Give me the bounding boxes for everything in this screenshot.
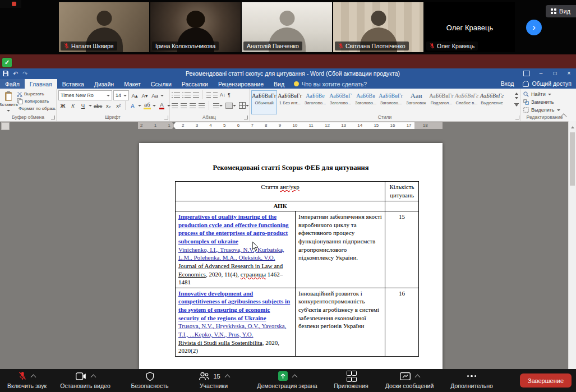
share-screen-button[interactable]: Демонстрация экрана bbox=[252, 371, 322, 389]
styles-more-button[interactable] bbox=[514, 103, 519, 108]
strikethrough-button[interactable]: abc bbox=[93, 101, 103, 110]
scrollbar-thumb[interactable] bbox=[570, 132, 575, 186]
align-left-button[interactable] bbox=[172, 103, 178, 108]
tell-me-box[interactable]: Что вы хотите сделать? bbox=[289, 81, 367, 87]
participant-tile[interactable]: Наталя Шквиря bbox=[59, 2, 149, 52]
undo-icon[interactable]: ↶ bbox=[13, 70, 18, 77]
shrink-font-button[interactable]: А▾ bbox=[140, 91, 149, 100]
show-marks-button[interactable]: ¶ bbox=[228, 92, 231, 98]
change-case-button[interactable]: Аа bbox=[150, 91, 159, 100]
tab-mailings[interactable]: Рассылки bbox=[177, 79, 213, 89]
sign-in-button[interactable]: Вход bbox=[501, 80, 514, 87]
styles-dialog-launcher[interactable] bbox=[515, 116, 519, 119]
scroll-up-icon[interactable] bbox=[571, 124, 574, 128]
redo-icon[interactable]: ↷ bbox=[22, 70, 27, 77]
document-page[interactable]: Рекомендовані статті Scopus ФЕБ для циту… bbox=[139, 143, 443, 370]
bullets-button[interactable] bbox=[172, 93, 180, 98]
font-size-select[interactable]: 14 bbox=[113, 90, 129, 100]
grow-font-button[interactable]: А▴ bbox=[130, 91, 139, 100]
participant-tile[interactable]: Ірина Колокольчикова bbox=[150, 2, 241, 52]
decrease-indent-button[interactable] bbox=[206, 93, 211, 98]
paragraph-dialog-launcher[interactable] bbox=[244, 116, 248, 119]
font-family-select[interactable]: Times New Ro bbox=[58, 90, 112, 100]
whiteboards-options-chevron[interactable] bbox=[414, 374, 420, 380]
bold-button[interactable]: Ж bbox=[58, 101, 67, 110]
borders-button[interactable] bbox=[239, 102, 249, 109]
shading-button[interactable] bbox=[225, 103, 236, 109]
styles-scroll-up-button[interactable] bbox=[515, 91, 518, 95]
highlight-color-button[interactable]: аб bbox=[144, 102, 151, 109]
minimize-button[interactable]: – bbox=[534, 68, 548, 79]
participants-options-chevron[interactable] bbox=[224, 374, 230, 380]
participant-tile[interactable]: Світлана Плотніченко bbox=[333, 2, 423, 52]
tab-insert[interactable]: Вставка bbox=[57, 79, 89, 89]
style-heading2[interactable]: АаБбВвГЗаголово... bbox=[328, 90, 353, 114]
maximize-button[interactable]: □ bbox=[548, 68, 562, 79]
copy-button[interactable]: Копировать bbox=[17, 98, 56, 105]
participant-tile[interactable]: Олег Кравець Олег Кравець bbox=[425, 2, 515, 52]
line-spacing-button[interactable] bbox=[213, 103, 223, 108]
article-authors[interactable]: Trusova, N.V., Hryvkivska, O.V., Yavorsk… bbox=[178, 322, 292, 338]
unmute-button[interactable]: Включить звук bbox=[1, 371, 53, 389]
more-button[interactable]: Дополнительно bbox=[445, 371, 499, 389]
find-button[interactable]: Найти bbox=[520, 90, 569, 98]
next-participants-button[interactable]: › bbox=[526, 20, 542, 35]
article-title-link[interactable]: Imperatives of quality insuring of the p… bbox=[178, 213, 292, 246]
cut-button[interactable]: Вырезать bbox=[17, 90, 56, 98]
whiteboards-button[interactable]: Доски сообщений bbox=[380, 371, 439, 389]
sort-button[interactable]: А↓ bbox=[220, 92, 225, 98]
tab-design[interactable]: Дизайн bbox=[89, 79, 119, 89]
style-subtle-emphasis[interactable]: АаБбВвГгСлабое в... bbox=[454, 90, 479, 114]
apps-button[interactable]: Приложения bbox=[329, 371, 374, 389]
view-button[interactable]: Вид bbox=[546, 5, 576, 17]
select-button[interactable]: Выделить bbox=[520, 106, 569, 114]
italic-button[interactable]: К bbox=[68, 101, 77, 110]
font-color-button[interactable]: А bbox=[159, 102, 164, 109]
style-title[interactable]: АавЗаголовок bbox=[404, 90, 428, 114]
style-emphasis[interactable]: АаБбВвГгВыделение bbox=[480, 90, 504, 114]
participants-button[interactable]: 15 Участники bbox=[187, 371, 241, 389]
style-heading3[interactable]: АаБбВвЗаголово... bbox=[353, 90, 378, 114]
stop-video-button[interactable]: Остановить видео bbox=[56, 371, 114, 389]
format-painter-button[interactable]: Формат по образцу bbox=[17, 105, 56, 112]
tab-layout[interactable]: Макет bbox=[119, 79, 146, 89]
end-meeting-button[interactable]: Завершение bbox=[520, 373, 572, 388]
text-effects-button[interactable]: А bbox=[128, 101, 137, 110]
align-center-button[interactable] bbox=[181, 103, 187, 108]
numbering-button[interactable] bbox=[182, 93, 191, 98]
style-heading1[interactable]: АаБбВеЗаголово... bbox=[303, 90, 328, 114]
style-no-spacing[interactable]: АаБбВвГг1 Без инт... bbox=[278, 90, 302, 114]
multilevel-list-button[interactable] bbox=[193, 93, 199, 98]
save-icon[interactable] bbox=[3, 71, 8, 76]
share-button[interactable]: Общий доступ bbox=[523, 80, 572, 87]
style-normal[interactable]: АаБбВвГгОбычный bbox=[251, 90, 277, 114]
share-options-chevron[interactable] bbox=[292, 374, 297, 380]
security-button[interactable]: Безопасность bbox=[125, 371, 175, 389]
vertical-scrollbar[interactable] bbox=[568, 121, 576, 370]
underline-button[interactable]: Ч bbox=[79, 101, 87, 110]
replace-button[interactable]: Заменить bbox=[520, 98, 569, 106]
style-heading4[interactable]: АаБбВвГгЗаголово... bbox=[379, 90, 403, 114]
superscript-button[interactable]: x² bbox=[114, 101, 123, 110]
tab-file[interactable]: Файл bbox=[0, 79, 25, 89]
font-dialog-launcher[interactable] bbox=[164, 116, 168, 119]
clipboard-dialog-launcher[interactable] bbox=[51, 116, 55, 119]
video-options-chevron[interactable] bbox=[90, 374, 96, 380]
participant-tile[interactable]: Анатолій Панченко bbox=[242, 2, 332, 52]
tab-view[interactable]: Вид bbox=[269, 79, 289, 89]
audio-options-chevron[interactable] bbox=[31, 374, 36, 380]
article-authors[interactable]: Vinichenko, I.I., Trusova, N.V., Kurbats… bbox=[178, 246, 292, 262]
tab-home[interactable]: Главная bbox=[25, 79, 57, 89]
paste-button[interactable]: Вставить bbox=[1, 90, 16, 116]
increase-indent-button[interactable] bbox=[213, 93, 218, 98]
tab-review[interactable]: Рецензирование bbox=[213, 79, 269, 89]
align-right-button[interactable] bbox=[190, 103, 196, 108]
styles-scroll-down-button[interactable] bbox=[515, 97, 518, 101]
tab-references[interactable]: Ссылки bbox=[146, 79, 177, 89]
subscript-button[interactable]: x₂ bbox=[104, 101, 113, 110]
ribbon-display-options-icon[interactable] bbox=[523, 71, 530, 76]
style-subtitle[interactable]: АаБбВвГгПодзагол... bbox=[429, 90, 454, 114]
justify-button[interactable] bbox=[199, 103, 205, 108]
close-button[interactable]: × bbox=[562, 68, 576, 79]
article-title-link[interactable]: Innovative development and competitivene… bbox=[178, 289, 292, 322]
